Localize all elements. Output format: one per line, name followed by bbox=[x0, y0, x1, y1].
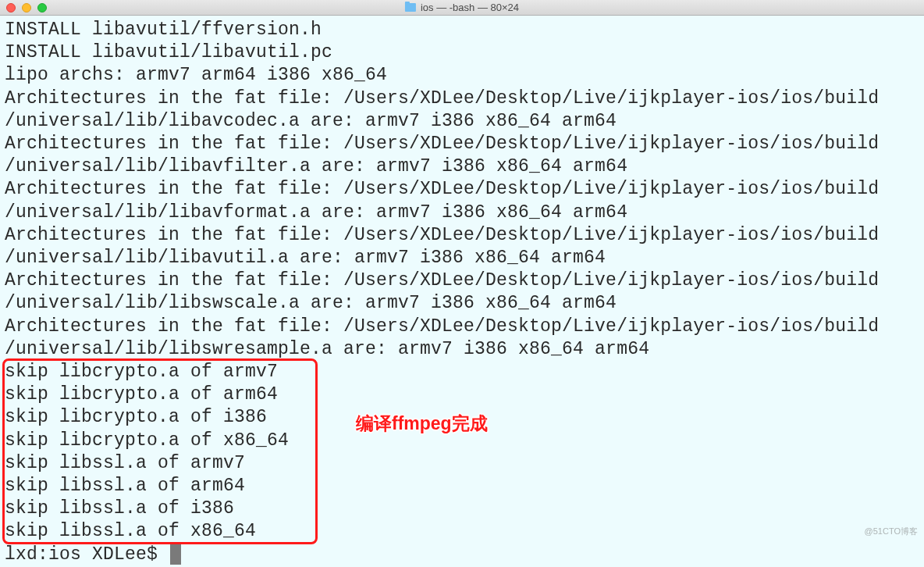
terminal-line: skip libssl.a of x86_64 bbox=[5, 521, 256, 541]
terminal-line: /universal/lib/libswresample.a are: armv… bbox=[5, 339, 660, 359]
terminal-line: /universal/lib/libavcodec.a are: armv7 i… bbox=[5, 111, 627, 131]
terminal-line: INSTALL libavutil/ffversion.h bbox=[5, 20, 322, 40]
terminal-line: skip libssl.a of armv7 bbox=[5, 453, 245, 473]
terminal-line: lipo archs: armv7 arm64 i386 x86_64 bbox=[5, 65, 387, 85]
terminal-line: /universal/lib/libavutil.a are: armv7 i3… bbox=[5, 248, 617, 268]
terminal-line: skip libcrypto.a of i386 bbox=[5, 407, 267, 427]
terminal-line: Architectures in the fat file: /Users/XD… bbox=[5, 270, 879, 291]
terminal-line: Architectures in the fat file: /Users/XD… bbox=[5, 88, 879, 109]
terminal-line: Architectures in the fat file: /Users/XD… bbox=[5, 316, 879, 337]
folder-icon bbox=[405, 3, 416, 12]
terminal-line: /universal/lib/libswscale.a are: armv7 i… bbox=[5, 293, 627, 313]
terminal-line: skip libcrypto.a of arm64 bbox=[5, 384, 278, 405]
terminal-line: Architectures in the fat file: /Users/XD… bbox=[5, 179, 879, 199]
terminal-line: /universal/lib/libavfilter.a are: armv7 … bbox=[5, 156, 638, 177]
close-button[interactable] bbox=[6, 3, 16, 12]
terminal-line: INSTALL libavutil/libavutil.pc bbox=[5, 42, 332, 62]
window-title: ios — -bash — 80×24 bbox=[421, 2, 519, 13]
terminal-line: Architectures in the fat file: /Users/XD… bbox=[5, 225, 879, 245]
cursor bbox=[170, 544, 181, 565]
minimize-button[interactable] bbox=[22, 3, 31, 12]
window-title-container: ios — -bash — 80×24 bbox=[405, 2, 519, 13]
terminal-prompt: lxd:ios XDLee$ bbox=[5, 544, 169, 565]
terminal-line: skip libssl.a of arm64 bbox=[5, 476, 245, 496]
terminal-line: /universal/lib/libavformat.a are: armv7 … bbox=[5, 202, 638, 223]
window-titlebar: ios — -bash — 80×24 bbox=[0, 0, 924, 16]
maximize-button[interactable] bbox=[37, 3, 47, 12]
terminal-line: skip libssl.a of i386 bbox=[5, 498, 234, 519]
terminal-output[interactable]: INSTALL libavutil/ffversion.h INSTALL li… bbox=[0, 16, 924, 567]
terminal-line: skip libcrypto.a of armv7 bbox=[5, 362, 278, 382]
terminal-line: skip libcrypto.a of x86_64 bbox=[5, 430, 289, 451]
traffic-lights bbox=[0, 3, 47, 12]
terminal-line: Architectures in the fat file: /Users/XD… bbox=[5, 134, 879, 154]
